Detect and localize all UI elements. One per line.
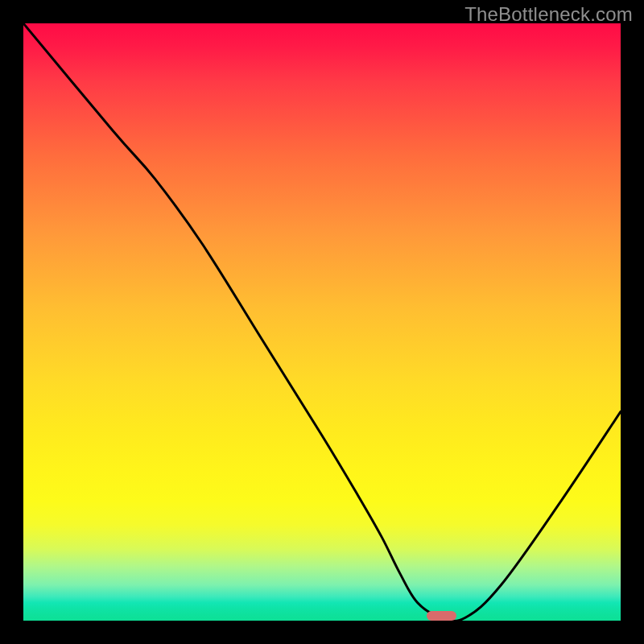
watermark-text: TheBottleneck.com xyxy=(464,3,633,26)
plot-area xyxy=(23,23,621,621)
bottleneck-curve xyxy=(23,23,621,621)
outer-frame: TheBottleneck.com xyxy=(0,0,644,644)
optimal-marker xyxy=(427,611,456,621)
